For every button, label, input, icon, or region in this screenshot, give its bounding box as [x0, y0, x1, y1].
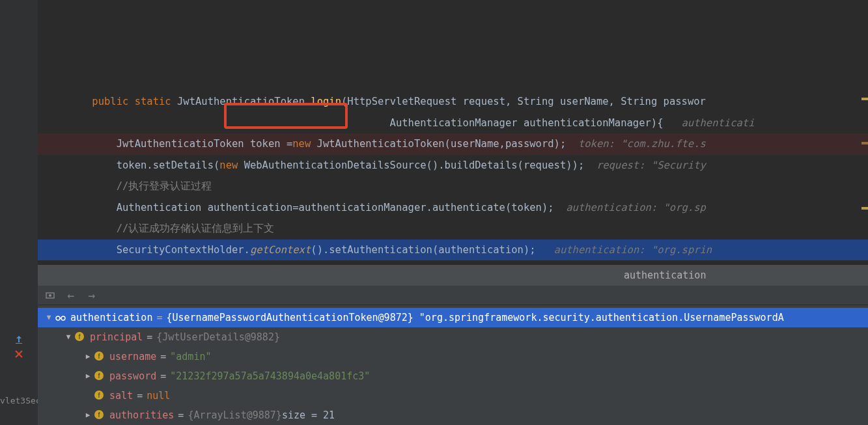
code-token: //执行登录认证过程: [117, 180, 212, 192]
code-token: JwtAuthenticatioToken(userName,password)…: [311, 138, 578, 150]
field-icon: f: [94, 351, 105, 363]
var-value: {JwtUserDetails@9882}: [156, 327, 280, 347]
code-token: ().setAuthentication(authentication);: [311, 244, 553, 256]
code-token: authentication: "org.sprin: [554, 244, 712, 256]
expand-right-icon[interactable]: ▶: [82, 405, 94, 425]
code-token: login: [311, 96, 341, 107]
code-token: static: [135, 96, 171, 107]
code-line[interactable]: token.setDetails(new WebAuthenticationDe…: [38, 155, 868, 176]
code-line[interactable]: //认证成功存储认证信息到上下文: [38, 218, 868, 240]
variables-tree[interactable]: ▼ authentication = {UsernamePasswordAuth…: [38, 305, 868, 425]
upload-icon[interactable]: [13, 334, 25, 346]
tree-item-principal[interactable]: ▼ f principal = {JwtUserDetails@9882}: [38, 327, 868, 347]
svg-point-3: [61, 316, 65, 320]
code-token: WebAuthenticationDetailsSource().buildDe…: [238, 159, 596, 171]
code-token: getContext: [250, 244, 311, 256]
var-name: authentication: [70, 308, 152, 327]
expand-down-icon[interactable]: ▼: [63, 327, 74, 347]
svg-point-2: [56, 316, 60, 320]
var-name: password: [109, 366, 156, 386]
equals: =: [178, 405, 184, 425]
equals: =: [160, 366, 166, 386]
code-token: new: [219, 159, 238, 171]
tree-item-username[interactable]: ▶ f username = "admin": [38, 347, 868, 366]
equals: =: [137, 386, 143, 405]
glasses-icon: [55, 312, 66, 323]
code-token: JwtAuthenticatioToken token =: [117, 138, 293, 150]
field-icon: f: [94, 370, 105, 382]
code-editor[interactable]: public static JwtAuthenticatioToken logi…: [38, 0, 868, 265]
code-line[interactable]: //生成令牌返回给客户端: [38, 260, 868, 265]
code-line[interactable]: JwtAuthenticatioToken token =new JwtAuth…: [38, 133, 868, 155]
code-line[interactable]: SecurityContextHolder.getContext().setAu…: [38, 240, 868, 261]
debug-header: authentication: [38, 265, 868, 286]
tree-item-authorities[interactable]: ▶ f authorities = {ArrayList@9887} size …: [38, 405, 868, 425]
tree-item-password[interactable]: ▶ f password = "21232f297a57a5a743894a0e…: [38, 366, 868, 386]
left-gutter: vlet3Sec: [0, 0, 38, 425]
var-name: salt: [109, 386, 133, 405]
code-token: public: [92, 96, 128, 107]
forward-icon[interactable]: →: [86, 290, 98, 301]
field-icon: f: [94, 409, 105, 421]
code-line[interactable]: Authentication authentication=authentica…: [38, 197, 868, 219]
code-token: JwtAuthenticatioToken: [177, 96, 305, 107]
code-token: new: [292, 138, 311, 150]
expand-right-icon[interactable]: ▶: [82, 347, 94, 366]
var-type: {UsernamePasswordAuthenticationToken@987…: [166, 308, 413, 327]
close-icon[interactable]: [13, 348, 25, 360]
new-watch-icon[interactable]: [44, 290, 56, 301]
var-string: "org.springframework.security.authentica…: [419, 308, 784, 327]
var-extra: size = 21: [282, 405, 335, 425]
expand-right-icon[interactable]: ▶: [82, 366, 94, 386]
code-token: authenticati: [682, 117, 755, 129]
code-token: token: "com.zhu.fte.s: [578, 138, 706, 150]
code-token: [171, 96, 177, 107]
var-value: "21232f297a57a5a743894a0e4a801fc3": [170, 366, 370, 386]
code-line[interactable]: //执行登录认证过程: [38, 176, 868, 197]
code-token: request: "Security: [596, 159, 706, 171]
code-token: (HttpServletRequest request, String user…: [341, 96, 706, 107]
tree-root-authentication[interactable]: ▼ authentication = {UsernamePasswordAuth…: [38, 308, 868, 327]
code-token: authentication: "org.sp: [566, 202, 706, 213]
code-token: [128, 96, 134, 107]
code-token: //认证成功存储认证信息到上下文: [117, 223, 275, 234]
svg-point-1: [49, 294, 51, 297]
var-value: "admin": [170, 347, 211, 366]
tree-item-salt[interactable]: f salt = null: [38, 386, 868, 405]
var-name: username: [109, 347, 156, 366]
back-icon[interactable]: ←: [65, 290, 77, 301]
equals: =: [147, 327, 152, 347]
code-line[interactable]: AuthenticationManager authenticationMana…: [38, 113, 868, 134]
debug-panel: authentication ← → ▼ authentication = {U…: [38, 265, 868, 425]
equals: =: [156, 308, 162, 327]
var-value: {ArrayList@9887}: [188, 405, 282, 425]
var-value: null: [147, 386, 170, 405]
tab-fragment: vlet3Sec: [0, 396, 38, 405]
expand-down-icon[interactable]: ▼: [43, 308, 55, 327]
code-token: SecurityContextHolder.: [117, 244, 250, 256]
debug-header-label: authentication: [624, 269, 706, 281]
code-token: [305, 96, 311, 107]
code-token: token.setDetails(: [117, 159, 220, 171]
equals: =: [160, 347, 166, 366]
code-token: Authentication authentication=authentica…: [117, 202, 567, 213]
field-icon: f: [74, 331, 86, 343]
var-name: authorities: [109, 405, 174, 425]
var-name: principal: [90, 327, 143, 347]
code-line[interactable]: public static JwtAuthenticatioToken logi…: [38, 91, 868, 113]
code-token: AuthenticationManager authenticationMana…: [390, 117, 682, 129]
field-icon: f: [94, 390, 105, 402]
debug-toolbar: ← →: [38, 286, 868, 305]
